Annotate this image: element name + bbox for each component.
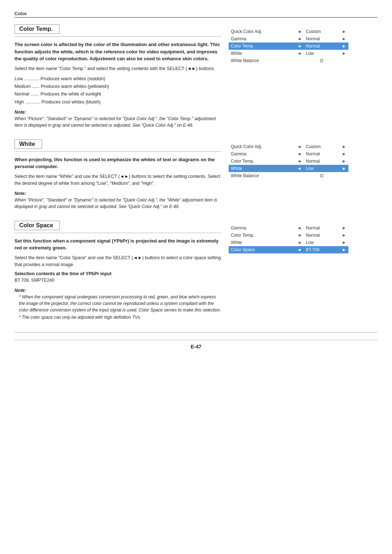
menu-value-1-3: Low bbox=[304, 165, 340, 172]
section-color-space: Color SpaceSet this function when a comp… bbox=[15, 221, 377, 321]
section-title-color-space: Color Space bbox=[15, 221, 60, 230]
section-title-line-color-temp bbox=[15, 36, 221, 37]
menu-arrow-right-1-3: ► bbox=[340, 165, 348, 172]
sections-container: Color Temp.The screen color is affected … bbox=[15, 24, 377, 321]
menu-arrow-left-0-2: ◄ bbox=[295, 42, 304, 50]
section-title-line-color-space bbox=[15, 233, 221, 233]
menu-value-1-1: Normal bbox=[304, 150, 340, 158]
menu-arrow-left-0-4 bbox=[295, 57, 304, 64]
menu-value-0-3: Low bbox=[304, 50, 340, 57]
menu-label-0-0: Quick Color Adj. bbox=[229, 28, 295, 35]
page-container: Color Color Temp.The screen color is aff… bbox=[0, 0, 392, 554]
menu-value-2-3: BT.709 bbox=[304, 246, 340, 253]
menu-value-1-2: Normal bbox=[304, 158, 340, 165]
section-left-color-space: Color SpaceSet this function when a comp… bbox=[15, 221, 221, 321]
section-desc-bold-color-temp: The screen color is affected by the colo… bbox=[15, 41, 221, 62]
menu-value-0-4: ⊡ bbox=[304, 57, 340, 64]
section-desc-bold-color-space: Set this function when a component signa… bbox=[15, 237, 221, 252]
menu-row-2-0: Gamma◄Normal► bbox=[229, 224, 348, 232]
menu-row-0-0: Quick Color Adj.◄Custom► bbox=[229, 28, 348, 35]
menu-table-color-temp: Quick Color Adj.◄Custom►Gamma◄Normal►Col… bbox=[229, 28, 348, 64]
menu-label-0-4: White Balance bbox=[229, 57, 295, 64]
menu-value-0-0: Custom bbox=[304, 28, 340, 35]
section-desc1-color-space: Select the item name "Color Space" and u… bbox=[15, 254, 221, 269]
menu-value-2-2: Low bbox=[304, 239, 340, 246]
note-block-color-space: Note:When the component signal undergoes… bbox=[15, 288, 221, 321]
menu-arrow-left-0-0: ◄ bbox=[295, 28, 304, 35]
note-text-color-space: When the component signal undergoes conv… bbox=[15, 294, 221, 321]
menu-label-2-1: Color Temp. bbox=[229, 232, 295, 239]
list-item-0-2: Normal ....... Produces the white of sun… bbox=[15, 90, 221, 98]
page-top-label: Color bbox=[15, 11, 377, 16]
menu-label-2-2: White bbox=[229, 239, 295, 246]
menu-arrow-left-1-1: ◄ bbox=[295, 150, 304, 158]
menu-arrow-right-0-3: ► bbox=[340, 50, 348, 57]
note-block-white: Note:When "Picture", "Standard" or "Dyna… bbox=[15, 191, 221, 210]
menu-row-0-2: Color Temp.◄Normal► bbox=[229, 42, 348, 50]
menu-row-0-1: Gamma◄Normal► bbox=[229, 35, 348, 42]
menu-row-1-4: White Balance⊡ bbox=[229, 172, 348, 179]
menu-arrow-right-2-2: ► bbox=[340, 239, 348, 246]
note-item-2-1: The color space can only be adjusted wit… bbox=[19, 314, 221, 321]
menu-arrow-left-2-3: ◄ bbox=[295, 246, 304, 253]
section-desc-bold-white: When projecting, this function is used t… bbox=[15, 156, 221, 170]
menu-arrow-left-2-2: ◄ bbox=[295, 239, 304, 246]
section-desc1-white: Select the item name "White" and use the… bbox=[15, 173, 221, 187]
section-left-white: WhiteWhen projecting, this function is u… bbox=[15, 139, 221, 210]
section-title-line-white bbox=[15, 151, 221, 152]
note-block-color-temp: Note:When "Picture", "Standard" or "Dyna… bbox=[15, 110, 221, 129]
menu-table-color-space: Gamma◄Normal►Color Temp.◄Normal►White◄Lo… bbox=[229, 224, 348, 253]
section-list-color-temp: Low ............ Produces warm whites (r… bbox=[15, 75, 221, 106]
menu-arrow-left-1-2: ◄ bbox=[295, 158, 304, 165]
list-item-0-0: Low ............ Produces warm whites (r… bbox=[15, 75, 221, 83]
menu-arrow-left-2-1: ◄ bbox=[295, 232, 304, 239]
sub-section-text-color-space: BT.709, SMPTE240 bbox=[15, 277, 221, 284]
section-right-color-temp: Quick Color Adj.◄Custom►Gamma◄Normal►Col… bbox=[229, 24, 348, 129]
menu-arrow-right-1-0: ► bbox=[340, 143, 348, 150]
bottom-divider bbox=[15, 332, 377, 333]
menu-label-2-3: Color Space bbox=[229, 246, 295, 253]
menu-label-1-4: White Balance bbox=[229, 172, 295, 179]
list-item-0-3: High ............ Produces cool whites (… bbox=[15, 98, 221, 106]
menu-row-1-2: Color Temp.◄Normal► bbox=[229, 158, 348, 165]
menu-label-2-0: Gamma bbox=[229, 224, 295, 232]
menu-arrow-left-1-3: ◄ bbox=[295, 165, 304, 172]
note-text-color-temp: When "Picture", "Standard" or "Dynamic" … bbox=[15, 115, 221, 129]
menu-value-1-4: ⊡ bbox=[304, 172, 340, 179]
menu-row-2-1: Color Temp.◄Normal► bbox=[229, 232, 348, 239]
menu-arrow-right-1-2: ► bbox=[340, 158, 348, 165]
menu-arrow-left-2-0: ◄ bbox=[295, 224, 304, 232]
section-left-color-temp: Color Temp.The screen color is affected … bbox=[15, 24, 221, 129]
menu-row-1-1: Gamma◄Normal► bbox=[229, 150, 348, 158]
top-divider bbox=[15, 17, 377, 18]
menu-label-1-3: White bbox=[229, 165, 295, 172]
note-label-color-temp: Note: bbox=[15, 110, 221, 115]
note-item-2-0: When the component signal undergoes conv… bbox=[19, 294, 221, 313]
menu-value-0-2: Normal bbox=[304, 42, 340, 50]
section-white: WhiteWhen projecting, this function is u… bbox=[15, 139, 377, 210]
menu-row-1-0: Quick Color Adj.◄Custom► bbox=[229, 143, 348, 150]
section-desc1-color-temp: Select the item name "Color Temp." and s… bbox=[15, 65, 221, 72]
menu-arrow-right-0-0: ► bbox=[340, 28, 348, 35]
sub-section-label-color-space: Selection contents at the time of YPbPr … bbox=[15, 271, 221, 276]
page-number: E-47 bbox=[15, 340, 377, 350]
section-right-white: Quick Color Adj.◄Custom►Gamma◄Normal►Col… bbox=[229, 139, 348, 210]
menu-label-1-1: Gamma bbox=[229, 150, 295, 158]
menu-value-1-0: Custom bbox=[304, 143, 340, 150]
note-label-color-space: Note: bbox=[15, 288, 221, 293]
section-right-color-space: Gamma◄Normal►Color Temp.◄Normal►White◄Lo… bbox=[229, 221, 348, 321]
menu-arrow-right-2-0: ► bbox=[340, 224, 348, 232]
menu-label-0-2: Color Temp. bbox=[229, 42, 295, 50]
menu-arrow-left-0-1: ◄ bbox=[295, 35, 304, 42]
menu-table-white: Quick Color Adj.◄Custom►Gamma◄Normal►Col… bbox=[229, 143, 348, 179]
menu-label-1-0: Quick Color Adj. bbox=[229, 143, 295, 150]
menu-arrow-right-1-4 bbox=[340, 172, 348, 179]
list-item-0-1: Medium ...... Produces warm whites (yell… bbox=[15, 83, 221, 90]
menu-arrow-left-1-4 bbox=[295, 172, 304, 179]
menu-arrow-left-1-0: ◄ bbox=[295, 143, 304, 150]
menu-row-0-3: White◄Low► bbox=[229, 50, 348, 57]
menu-arrow-right-2-3: ► bbox=[340, 246, 348, 253]
menu-arrow-right-0-4 bbox=[340, 57, 348, 64]
menu-arrow-right-0-1: ► bbox=[340, 35, 348, 42]
menu-row-2-2: White◄Low► bbox=[229, 239, 348, 246]
